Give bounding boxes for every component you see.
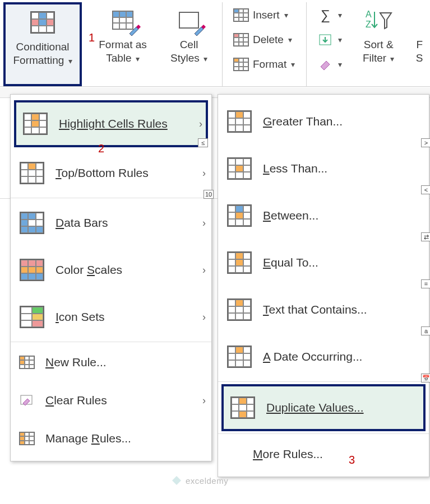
menu-more-rules[interactable]: More Rules...More Rules... bbox=[218, 435, 429, 473]
chevron-down-icon: ▾ bbox=[288, 35, 292, 44]
highlight-cells-icon: ≤ bbox=[22, 111, 49, 136]
text-contains-icon: a bbox=[226, 297, 253, 322]
ribbon-group-editing: ∑▾ ▾ ▾ AZ Sort & Filter ▾ FS bbox=[307, 2, 427, 86]
menu-label: Icon SetsIcon Sets bbox=[56, 310, 192, 324]
chevron-down-icon: ▾ bbox=[291, 60, 295, 69]
conditional-formatting-label: Conditional Formatting bbox=[13, 41, 69, 66]
top-bottom-icon: 10 bbox=[19, 161, 45, 185]
menu-label: Between...Between... bbox=[263, 209, 423, 222]
menu-label: Highlight Cells Rules bbox=[59, 117, 189, 130]
less-than-icon: < bbox=[226, 156, 253, 181]
insert-label: Insert bbox=[253, 9, 280, 21]
chevron-down-icon: ▾ bbox=[338, 35, 342, 44]
menu-equal-to[interactable]: = Equal To...Equal To... bbox=[218, 239, 429, 286]
format-button[interactable]: Format ▾ bbox=[229, 55, 298, 74]
menu-data-bars[interactable]: Data BarsData Bars › bbox=[11, 199, 211, 246]
greater-than-icon: > bbox=[226, 109, 253, 134]
menu-label: Equal To...Equal To... bbox=[263, 256, 423, 269]
menu-greater-than[interactable]: > Greater Than...Greater Than... bbox=[218, 98, 429, 145]
cell-styles-button[interactable]: Cell Styles ▾ bbox=[164, 2, 214, 86]
ribbon-group-styles: Conditional Formatting ▾ Format as Table… bbox=[3, 2, 223, 86]
conditional-formatting-menu: ≤ Highlight Cells Rules › 10 TTop/Bottom… bbox=[10, 94, 212, 461]
menu-label: Manage Rules...Manage Rules... bbox=[45, 432, 206, 445]
clear-rules-icon bbox=[19, 388, 35, 413]
chevron-down-icon: ▾ bbox=[204, 54, 207, 63]
format-label: Format bbox=[253, 58, 286, 71]
svg-text:Z: Z bbox=[366, 20, 371, 29]
ribbon: Conditional Formatting ▾ Format as Table… bbox=[0, 0, 430, 87]
between-icon: ⇄ bbox=[226, 203, 253, 228]
highlight-cells-submenu: > Greater Than...Greater Than... < Less … bbox=[218, 94, 429, 477]
annotation-2: 2 bbox=[98, 142, 104, 155]
fill-down-icon bbox=[317, 32, 334, 47]
chevron-right-icon: › bbox=[202, 167, 206, 179]
format-icon bbox=[233, 57, 249, 72]
color-scales-icon bbox=[19, 258, 45, 282]
spacer bbox=[226, 442, 243, 466]
icon-sets-icon bbox=[19, 305, 45, 329]
chevron-down-icon: ▾ bbox=[390, 54, 394, 63]
svg-text:A: A bbox=[366, 10, 372, 19]
sigma-icon: ∑ bbox=[317, 8, 334, 22]
date-occurring-icon: 📅 bbox=[226, 344, 253, 369]
chevron-right-icon: › bbox=[202, 395, 206, 407]
format-as-table-icon bbox=[107, 6, 138, 35]
cell-styles-icon bbox=[173, 6, 205, 35]
menu-label: Duplicate Values... bbox=[266, 401, 420, 414]
delete-button[interactable]: Delete ▾ bbox=[229, 30, 298, 49]
format-as-table-label: Format as Table bbox=[99, 39, 147, 64]
menu-label: Text that Contains...Text that Contains.… bbox=[263, 303, 423, 316]
sort-filter-button[interactable]: AZ Sort & Filter ▾ bbox=[355, 2, 401, 86]
chevron-right-icon: › bbox=[199, 118, 202, 130]
menu-clear-rules[interactable]: Clear RulesClear Rules › bbox=[11, 381, 211, 419]
new-rule-icon bbox=[19, 350, 35, 375]
insert-button[interactable]: Insert ▾ bbox=[229, 6, 298, 25]
conditional-formatting-icon bbox=[27, 8, 58, 37]
chevron-right-icon: › bbox=[202, 217, 206, 229]
menu-new-rule[interactable]: New Rule...New Rule... bbox=[11, 343, 211, 381]
insert-icon bbox=[233, 8, 249, 22]
delete-icon bbox=[233, 32, 249, 47]
menu-label: More Rules...More Rules... bbox=[253, 447, 423, 461]
delete-label: Delete bbox=[253, 34, 284, 46]
sort-filter-label: Sort & Filter bbox=[363, 39, 394, 64]
equal-to-icon: = bbox=[226, 250, 253, 275]
menu-label: TTop/Bottom Rulesop/Bottom Rules bbox=[56, 166, 192, 180]
find-icon bbox=[411, 6, 427, 35]
find-select-button[interactable]: FS bbox=[411, 2, 427, 86]
chevron-right-icon: › bbox=[202, 311, 206, 323]
conditional-formatting-button[interactable]: Conditional Formatting ▾ bbox=[3, 2, 82, 86]
autosum-button[interactable]: ∑▾ bbox=[313, 6, 345, 25]
cell-styles-label: Cell Styles bbox=[170, 39, 200, 64]
watermark: exceldemy bbox=[171, 475, 228, 486]
menu-color-scales[interactable]: Color ScalesColor Scales › bbox=[11, 246, 211, 293]
menu-label: A Date Occurring...A Date Occurring... bbox=[263, 350, 423, 363]
menu-date-occurring[interactable]: 📅 A Date Occurring...A Date Occurring... bbox=[218, 333, 429, 380]
chevron-down-icon: ▾ bbox=[338, 60, 342, 69]
menu-less-than[interactable]: < Less Than...Less Than... bbox=[218, 145, 429, 192]
annotation-1: 1 bbox=[89, 31, 95, 44]
chevron-right-icon: › bbox=[202, 264, 206, 276]
menu-label: Color ScalesColor Scales bbox=[56, 263, 192, 277]
menu-label: Clear RulesClear Rules bbox=[45, 394, 192, 407]
menu-manage-rules[interactable]: Manage Rules...Manage Rules... bbox=[11, 419, 211, 458]
chevron-down-icon: ▾ bbox=[338, 11, 342, 20]
menu-text-contains[interactable]: a Text that Contains...Text that Contain… bbox=[218, 286, 429, 333]
data-bars-icon bbox=[19, 211, 45, 235]
menu-top-bottom-rules[interactable]: 10 TTop/Bottom Rulesop/Bottom Rules › bbox=[11, 150, 211, 197]
menu-icon-sets[interactable]: Icon SetsIcon Sets › bbox=[11, 293, 211, 340]
clear-button[interactable]: ▾ bbox=[313, 55, 345, 74]
manage-rules-icon bbox=[19, 426, 35, 451]
menu-label: Greater Than...Greater Than... bbox=[263, 115, 423, 128]
duplicate-values-icon bbox=[229, 395, 256, 420]
chevron-down-icon: ▾ bbox=[68, 57, 72, 66]
chevron-down-icon: ▾ bbox=[284, 11, 288, 20]
menu-highlight-cells-rules[interactable]: ≤ Highlight Cells Rules › bbox=[14, 100, 208, 147]
menu-label: Data BarsData Bars bbox=[56, 216, 192, 230]
menu-duplicate-values[interactable]: Duplicate Values... bbox=[221, 384, 426, 431]
menu-label: Less Than...Less Than... bbox=[263, 162, 423, 175]
chevron-down-icon: ▾ bbox=[136, 54, 140, 63]
menu-between[interactable]: ⇄ Between...Between... bbox=[218, 192, 429, 239]
format-as-table-button[interactable]: Format as Table ▾ bbox=[92, 2, 154, 86]
fill-button[interactable]: ▾ bbox=[313, 30, 345, 49]
